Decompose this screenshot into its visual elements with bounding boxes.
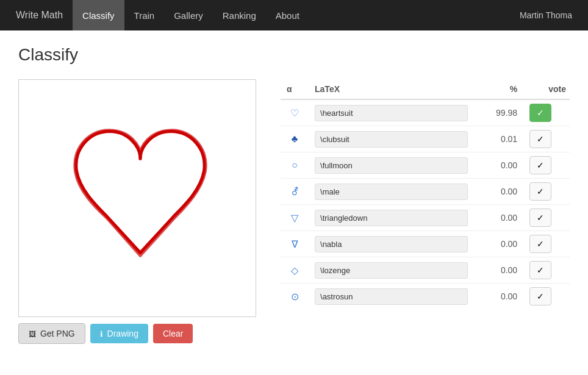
- symbol-cell: ♣: [281, 126, 309, 152]
- table-row: ⊙0.00✓: [281, 284, 570, 310]
- drawing-canvas[interactable]: [18, 79, 256, 317]
- vote-cell: ✓: [523, 152, 570, 179]
- nav-item-ranking[interactable]: Ranking: [213, 0, 266, 30]
- table-row: ♣0.01✓: [281, 126, 570, 152]
- vote-button[interactable]: ✓: [529, 209, 551, 227]
- results-table: α LaTeX % vote ♡99.98✓♣0.01✓○0.00✓⚦0.00✓…: [281, 79, 570, 309]
- symbol-cell: ♡: [281, 99, 309, 126]
- vote-cell: ✓: [523, 179, 570, 205]
- col-percent: %: [474, 79, 523, 99]
- latex-cell: [309, 99, 474, 126]
- drawing-button[interactable]: ℹ Drawing: [90, 324, 148, 343]
- vote-cell: ✓: [523, 205, 570, 231]
- table-row: ○0.00✓: [281, 152, 570, 179]
- table-row: ⚦0.00✓: [281, 179, 570, 205]
- results-header: α LaTeX % vote: [281, 79, 570, 99]
- latex-cell: [309, 179, 474, 205]
- results-body: ♡99.98✓♣0.01✓○0.00✓⚦0.00✓▽0.00✓∇0.00✓◇0.…: [281, 99, 570, 309]
- latex-cell: [309, 152, 474, 179]
- col-alpha: α: [281, 79, 309, 99]
- table-row: ♡99.98✓: [281, 99, 570, 126]
- symbol-icon: ⚦: [291, 187, 299, 197]
- latex-input[interactable]: [315, 288, 468, 305]
- symbol-icon: ∇: [292, 239, 298, 249]
- latex-cell: [309, 284, 474, 310]
- symbol-cell: ○: [281, 152, 309, 179]
- pct-cell: 0.00: [474, 231, 523, 257]
- vote-button[interactable]: ✓: [529, 130, 551, 148]
- latex-input[interactable]: [315, 210, 468, 226]
- vote-cell: ✓: [523, 257, 570, 284]
- latex-input[interactable]: [315, 131, 468, 148]
- pct-cell: 0.00: [474, 152, 523, 179]
- symbol-cell: ⊙: [281, 284, 309, 310]
- heart-drawing: [19, 80, 256, 316]
- vote-button[interactable]: ✓: [529, 156, 551, 174]
- vote-cell: ✓: [523, 231, 570, 257]
- get-png-button[interactable]: 🖼 Get PNG: [18, 323, 85, 344]
- vote-cell: ✓: [523, 284, 570, 310]
- nav-brand[interactable]: Write Math: [6, 0, 73, 30]
- symbol-cell: ◇: [281, 257, 309, 284]
- results-area: α LaTeX % vote ♡99.98✓♣0.01✓○0.00✓⚦0.00✓…: [281, 79, 570, 309]
- pct-cell: 0.00: [474, 205, 523, 231]
- vote-button[interactable]: ✓: [529, 104, 551, 122]
- latex-cell: [309, 205, 474, 231]
- nav-item-gallery[interactable]: Gallery: [164, 0, 213, 30]
- latex-input[interactable]: [315, 236, 468, 252]
- vote-button[interactable]: ✓: [529, 182, 551, 201]
- symbol-icon: ♡: [290, 108, 299, 118]
- symbol-icon: ○: [292, 160, 298, 170]
- col-vote: vote: [523, 79, 570, 99]
- page-title: Classify: [18, 45, 570, 65]
- vote-button[interactable]: ✓: [529, 235, 551, 253]
- symbol-icon: ◇: [291, 265, 298, 276]
- symbol-cell: ▽: [281, 205, 309, 231]
- table-row: ◇0.00✓: [281, 257, 570, 284]
- pct-cell: 0.00: [474, 179, 523, 205]
- symbol-icon: ⊙: [291, 291, 299, 302]
- latex-input[interactable]: [315, 105, 468, 121]
- page-content: Classify 🖼 Get PNG ℹ Drawing: [0, 30, 588, 359]
- pct-cell: 0.00: [474, 257, 523, 284]
- table-row: ▽0.00✓: [281, 205, 570, 231]
- vote-cell: ✓: [523, 99, 570, 126]
- nav-item-classify[interactable]: Classify: [73, 0, 124, 30]
- clear-button[interactable]: Clear: [153, 324, 193, 343]
- symbol-icon: ▽: [291, 213, 298, 223]
- table-row: ∇0.00✓: [281, 231, 570, 257]
- latex-input[interactable]: [315, 184, 468, 200]
- latex-cell: [309, 231, 474, 257]
- image-icon: 🖼: [29, 330, 36, 338]
- user-name: Martin Thoma: [510, 10, 582, 20]
- symbol-cell: ⚦: [281, 179, 309, 205]
- canvas-wrapper: 🖼 Get PNG ℹ Drawing Clear: [18, 79, 256, 344]
- col-latex: LaTeX: [309, 79, 474, 99]
- nav-item-about[interactable]: About: [266, 0, 309, 30]
- vote-button[interactable]: ✓: [529, 261, 551, 279]
- symbol-icon: ♣: [292, 134, 298, 144]
- pct-cell: 0.01: [474, 126, 523, 152]
- pct-cell: 99.98: [474, 99, 523, 126]
- canvas-actions: 🖼 Get PNG ℹ Drawing Clear: [18, 323, 256, 344]
- info-icon: ℹ: [100, 330, 103, 338]
- symbol-cell: ∇: [281, 231, 309, 257]
- navbar: Write Math Classify Train Gallery Rankin…: [0, 0, 588, 30]
- latex-cell: [309, 257, 474, 284]
- latex-cell: [309, 126, 474, 152]
- vote-cell: ✓: [523, 126, 570, 152]
- main-area: 🖼 Get PNG ℹ Drawing Clear α LaTeX %: [18, 79, 570, 344]
- latex-input[interactable]: [315, 262, 468, 279]
- nav-item-train[interactable]: Train: [124, 0, 165, 30]
- vote-button[interactable]: ✓: [529, 287, 551, 305]
- pct-cell: 0.00: [474, 284, 523, 310]
- latex-input[interactable]: [315, 157, 468, 174]
